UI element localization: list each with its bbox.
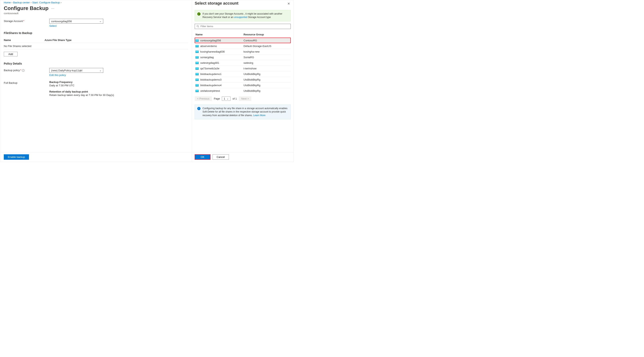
storage-icon bbox=[196, 56, 199, 59]
storage-icon bbox=[196, 39, 199, 42]
info-icon[interactable]: i bbox=[22, 69, 24, 72]
storage-account-row[interactable]: swtestrgdiag481swtestrg bbox=[195, 60, 291, 66]
sa-name: kosinghanewdiag636 bbox=[200, 50, 225, 53]
chevron-right-icon: › bbox=[30, 1, 31, 4]
svg-point-0 bbox=[197, 25, 198, 27]
storage-account-dropdown[interactable]: contosorgdiag556 ⌄ bbox=[49, 19, 103, 24]
storage-icon bbox=[196, 62, 199, 64]
storage-icon bbox=[196, 90, 199, 92]
more-icon[interactable]: ··· bbox=[51, 7, 54, 10]
sa-name: utsfailoverpitrtest bbox=[200, 89, 220, 92]
sa-rg: UtsBlobBkpRg bbox=[243, 82, 291, 88]
unsupported-link[interactable]: unsupported bbox=[234, 16, 248, 19]
breadcrumb-home[interactable]: Home bbox=[4, 1, 11, 4]
storage-icon bbox=[196, 45, 199, 47]
retention-label: Retention of daily backup point bbox=[49, 90, 114, 93]
search-icon bbox=[196, 25, 199, 28]
storage-icon bbox=[196, 84, 199, 87]
enable-backup-button[interactable]: Enable backup bbox=[4, 154, 29, 160]
edit-policy-link[interactable]: Edit this policy bbox=[49, 74, 66, 77]
of-label: of 1 bbox=[232, 97, 237, 100]
add-button[interactable]: Add bbox=[4, 52, 18, 56]
breadcrumb-backup-center[interactable]: Backup center bbox=[13, 1, 30, 4]
chevron-down-icon: ⌄ bbox=[100, 69, 102, 72]
svg-line-1 bbox=[198, 27, 199, 28]
sa-rg: swtestrg bbox=[243, 60, 291, 66]
sa-col-rg: Resource Group bbox=[243, 31, 291, 38]
no-fileshares-msg: No File Shares selected bbox=[4, 43, 188, 49]
cancel-button[interactable]: Cancel bbox=[212, 154, 229, 160]
freq-value: Daily at 7:30 PM UTC bbox=[49, 84, 114, 87]
sa-rg: ContosoRG bbox=[243, 38, 291, 43]
storage-account-row[interactable]: blobbackupdemo1UtsBlobBkpRg bbox=[195, 71, 291, 77]
sa-name: soniargdiag bbox=[200, 56, 214, 59]
col-name: Name bbox=[4, 37, 44, 43]
storage-account-row[interactable]: contosorgdiag556ContosoRG bbox=[195, 38, 291, 43]
learn-more-link[interactable]: Learn More bbox=[253, 114, 266, 117]
storage-icon bbox=[196, 51, 199, 53]
breadcrumb-start[interactable]: Start: Configure Backup bbox=[32, 1, 60, 4]
breadcrumb: Home › Backup center › Start: Configure … bbox=[0, 0, 192, 4]
storage-icon bbox=[196, 67, 199, 70]
storage-icon bbox=[196, 73, 199, 75]
ok-button[interactable]: OK bbox=[195, 155, 210, 159]
page-title: Configure Backup bbox=[4, 5, 48, 12]
sa-col-name: Name bbox=[195, 31, 243, 38]
sa-rg: t-iwrinshow bbox=[243, 66, 291, 71]
storage-account-row[interactable]: kosinghanewdiag636kosingha-new bbox=[195, 49, 291, 54]
sa-name: qa73omwib2a3e bbox=[200, 67, 219, 70]
storage-account-label: Storage Account* bbox=[4, 19, 49, 23]
chevron-right-icon: › bbox=[61, 1, 62, 4]
sa-name: blobbackupdemo4 bbox=[200, 84, 222, 87]
storage-account-row[interactable]: blobbackupdemo3UtsBlobBkpRg bbox=[195, 77, 291, 82]
backup-policy-label: Backup policy*i bbox=[4, 68, 49, 72]
fileshares-header: FileShares to Backup bbox=[4, 31, 188, 35]
storage-account-row[interactable]: qa73omwib2a3et-iwrinshow bbox=[195, 66, 291, 71]
sa-rg: UtsBlobBkpRg bbox=[243, 77, 291, 82]
storage-account-row[interactable]: blobbackupdemo4UtsBlobBkpRg bbox=[195, 82, 291, 88]
sa-rg: Default-Storage-EastUS bbox=[243, 43, 291, 49]
panel-title: Select storage account bbox=[195, 1, 238, 6]
close-icon[interactable]: ✕ bbox=[286, 1, 291, 7]
info-banner: i Configuring backup for any file share … bbox=[195, 105, 291, 119]
backup-policy-dropdown[interactable]: (new) DailyPolicy-kup11qkl ⌄ bbox=[49, 68, 103, 73]
filter-input[interactable] bbox=[200, 25, 289, 28]
select-link[interactable]: Select bbox=[49, 24, 56, 27]
next-button[interactable]: Next > bbox=[239, 96, 251, 101]
full-backup-label: Full Backup bbox=[4, 81, 49, 84]
sa-name: blobbackupdemo3 bbox=[200, 78, 222, 81]
warning-banner: ✓ If you don't see your Storage Accounts… bbox=[195, 10, 291, 21]
retention-value: Retain backup taken every day at 7:30 PM… bbox=[49, 94, 114, 97]
info-icon: i bbox=[197, 107, 200, 110]
policy-header: Policy Details bbox=[4, 62, 188, 65]
success-icon: ✓ bbox=[197, 13, 200, 16]
storage-icon bbox=[196, 79, 199, 81]
storage-account-row[interactable]: abserverdemoDefault-Storage-EastUS bbox=[195, 43, 291, 49]
storage-account-row[interactable]: utsfailoverpitrtestUtsBlobBkpRg bbox=[195, 88, 291, 94]
col-type: Azure File Share Type bbox=[44, 37, 188, 43]
prev-button[interactable]: < Previous bbox=[195, 96, 212, 101]
sa-rg: kosingha-new bbox=[243, 49, 291, 54]
sa-rg: UtsBlobBkpRg bbox=[243, 71, 291, 77]
chevron-right-icon: › bbox=[12, 1, 12, 4]
sa-name: blobbackupdemo1 bbox=[200, 73, 222, 76]
freq-label: Backup Frequency bbox=[49, 81, 114, 84]
page-label: Page bbox=[214, 97, 220, 100]
chevron-down-icon: ⌄ bbox=[227, 97, 229, 100]
page-subtitle: contosovault bbox=[0, 12, 192, 19]
filter-box[interactable] bbox=[195, 24, 291, 29]
storage-account-row[interactable]: soniargdiagSoniaRG bbox=[195, 54, 291, 60]
chevron-down-icon: ⌄ bbox=[100, 20, 102, 23]
sa-name: contosorgdiag556 bbox=[200, 39, 221, 42]
sa-name: swtestrgdiag481 bbox=[200, 61, 219, 64]
sa-rg: UtsBlobBkpRg bbox=[243, 88, 291, 94]
sa-name: abserverdemo bbox=[200, 45, 217, 48]
page-select[interactable]: 1⌄ bbox=[222, 97, 230, 101]
sa-rg: SoniaRG bbox=[243, 54, 291, 60]
